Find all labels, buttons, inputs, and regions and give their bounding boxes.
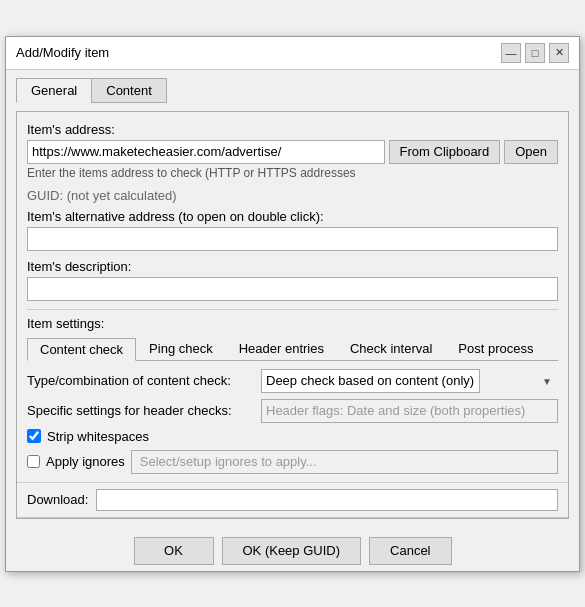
type-check-label: Type/combination of content check: [27, 373, 257, 388]
header-checks-row: Specific settings for header checks: Hea… [27, 399, 558, 423]
maximize-button[interactable]: □ [525, 43, 545, 63]
minimize-button[interactable]: — [501, 43, 521, 63]
alt-address-label: Item's alternative address (to open on d… [27, 209, 558, 224]
sub-tab-header-entries[interactable]: Header entries [226, 337, 337, 360]
guid-row: GUID: (not yet calculated) [27, 188, 558, 203]
from-clipboard-button[interactable]: From Clipboard [389, 140, 501, 164]
ok-button[interactable]: OK [134, 537, 214, 565]
separator [27, 309, 558, 310]
ok-keep-guid-button[interactable]: OK (Keep GUID) [222, 537, 362, 565]
apply-ignores-checkbox[interactable] [27, 455, 40, 468]
content-area: Item's address: From Clipboard Open Ente… [16, 111, 569, 519]
cancel-button[interactable]: Cancel [369, 537, 451, 565]
dialog-body: General Content Item's address: From Cli… [6, 70, 579, 529]
alt-address-input[interactable] [27, 227, 558, 251]
close-button[interactable]: ✕ [549, 43, 569, 63]
address-group: Item's address: From Clipboard Open Ente… [27, 122, 558, 180]
tab-content[interactable]: Content [91, 78, 167, 103]
apply-ignores-label: Apply ignores [46, 454, 125, 469]
description-input[interactable] [27, 277, 558, 301]
main-tabs: General Content [16, 78, 569, 103]
title-bar-controls: — □ ✕ [501, 43, 569, 63]
open-button[interactable]: Open [504, 140, 558, 164]
type-check-select[interactable]: Deep check based on content (only) Simpl… [261, 369, 480, 393]
add-modify-dialog: Add/Modify item — □ ✕ General Content It… [5, 36, 580, 572]
dialog-title: Add/Modify item [16, 45, 109, 60]
footer: OK OK (Keep GUID) Cancel [6, 529, 579, 571]
download-label: Download: [27, 492, 88, 507]
address-hint: Enter the items address to check (HTTP o… [27, 166, 558, 180]
title-bar: Add/Modify item — □ ✕ [6, 37, 579, 70]
strip-whitespaces-label: Strip whitespaces [47, 429, 149, 444]
apply-ignores-row: Apply ignores Select/setup ignores to ap… [27, 450, 558, 474]
select-ignores-button[interactable]: Select/setup ignores to apply... [131, 450, 558, 474]
address-input[interactable] [27, 140, 385, 164]
guid-label: GUID: (not yet calculated) [27, 188, 177, 203]
tab-general[interactable]: General [16, 78, 91, 103]
sub-tab-ping-check[interactable]: Ping check [136, 337, 226, 360]
sub-tab-post-process[interactable]: Post process [445, 337, 546, 360]
header-checks-label: Specific settings for header checks: [27, 403, 257, 418]
type-check-select-wrapper: Deep check based on content (only) Simpl… [261, 369, 558, 393]
header-checks-disabled-select: Header flags: Date and size (both proper… [261, 399, 558, 423]
sub-tab-content-check[interactable]: Content check [27, 338, 136, 361]
download-row: Download: [17, 482, 568, 518]
address-row: From Clipboard Open [27, 140, 558, 164]
strip-whitespaces-checkbox[interactable] [27, 429, 41, 443]
description-label: Item's description: [27, 259, 558, 274]
description-group: Item's description: [27, 259, 558, 301]
alt-address-group: Item's alternative address (to open on d… [27, 209, 558, 251]
address-label: Item's address: [27, 122, 558, 137]
type-check-row: Type/combination of content check: Deep … [27, 369, 558, 393]
item-settings-label: Item settings: [27, 316, 558, 331]
sub-tabs: Content check Ping check Header entries … [27, 337, 558, 361]
strip-whitespaces-row: Strip whitespaces [27, 429, 558, 444]
download-input[interactable] [96, 489, 558, 511]
sub-tab-check-interval[interactable]: Check interval [337, 337, 445, 360]
